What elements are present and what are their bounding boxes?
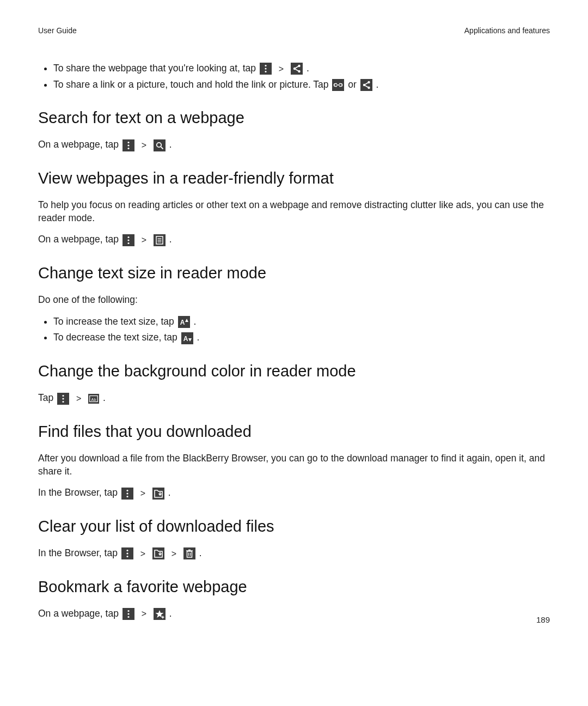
- text: To share a link or a picture, touch and …: [53, 79, 331, 90]
- text: In the Browser, tap: [38, 487, 120, 498]
- more-icon: [122, 234, 134, 246]
- reader-icon: [154, 234, 166, 246]
- text: .: [197, 332, 199, 343]
- separator: >: [142, 234, 146, 246]
- separator: >: [140, 488, 145, 500]
- find-files-step: In the Browser, tap > .: [38, 486, 550, 500]
- reader-step: On a webpage, tap > .: [38, 233, 550, 246]
- text-decrease-icon: [181, 332, 193, 344]
- text: .: [199, 547, 202, 558]
- more-icon: [121, 547, 133, 559]
- text: .: [376, 79, 379, 90]
- text: .: [168, 487, 171, 498]
- share-icon: [291, 63, 303, 75]
- heading-bookmark: Bookmark a favorite webpage: [38, 576, 550, 598]
- add-bookmark-icon: [154, 608, 166, 620]
- text: In the Browser, tap: [38, 547, 120, 558]
- text: .: [169, 234, 172, 245]
- page-number: 189: [536, 615, 550, 624]
- more-icon: [122, 139, 134, 151]
- downloads-icon: [152, 547, 164, 559]
- header-right: Applications and features: [464, 26, 550, 35]
- separator: >: [171, 548, 176, 560]
- heading-clear-downloads: Clear your list of downloaded files: [38, 516, 550, 537]
- text: .: [194, 316, 197, 327]
- downloads-icon: [152, 488, 164, 500]
- text-size-desc: Do one of the following:: [38, 294, 550, 307]
- search-text-step: On a webpage, tap > .: [38, 138, 550, 151]
- header-left: User Guide: [38, 26, 77, 35]
- heading-bg-color: Change the background color in reader mo…: [38, 361, 550, 382]
- text: .: [169, 139, 172, 150]
- bg-color-step: Tap > .: [38, 392, 550, 405]
- text: On a webpage, tap: [38, 608, 121, 619]
- text: or: [348, 79, 359, 90]
- trash-icon: [183, 547, 195, 559]
- heading-reader-format: View webpages in a reader-friendly forma…: [38, 168, 550, 189]
- more-icon: [122, 608, 134, 620]
- heading-search-text: Search for text on a webpage: [38, 107, 550, 129]
- share-webpage-step: To share the webpage that you're looking…: [53, 62, 550, 75]
- bookmark-step: On a webpage, tap > .: [38, 607, 550, 620]
- decrease-text-step: To decrease the text size, tap .: [53, 331, 550, 344]
- text: Tap: [38, 392, 56, 403]
- heading-text-size: Change text size in reader mode: [38, 263, 550, 284]
- text: .: [307, 63, 309, 74]
- text: To share the webpage that you're looking…: [53, 63, 259, 74]
- search-icon: [154, 139, 166, 151]
- share-icon: [360, 79, 372, 91]
- text-increase-icon: [178, 316, 190, 328]
- text: .: [169, 608, 172, 619]
- find-files-desc: After you download a file from the Black…: [38, 452, 550, 478]
- reader-desc: To help you focus on reading articles or…: [38, 199, 550, 224]
- background-color-icon: [88, 394, 99, 404]
- share-link-step: To share a link or a picture, touch and …: [53, 78, 550, 92]
- separator: >: [142, 139, 146, 151]
- separator: >: [76, 393, 81, 405]
- more-icon: [57, 393, 69, 405]
- separator: >: [279, 63, 284, 75]
- more-icon: [121, 488, 133, 500]
- increase-text-step: To increase the text size, tap .: [53, 315, 550, 328]
- separator: >: [142, 608, 146, 620]
- text: To decrease the text size, tap: [53, 332, 180, 343]
- text: On a webpage, tap: [38, 139, 121, 150]
- more-icon: [260, 63, 272, 75]
- heading-find-files: Find files that you downloaded: [38, 421, 550, 442]
- separator: >: [140, 548, 145, 560]
- link-icon: [332, 79, 344, 91]
- text: .: [103, 392, 106, 403]
- text: On a webpage, tap: [38, 234, 121, 245]
- clear-downloads-step: In the Browser, tap > > .: [38, 547, 550, 560]
- text: To increase the text size, tap: [53, 316, 177, 327]
